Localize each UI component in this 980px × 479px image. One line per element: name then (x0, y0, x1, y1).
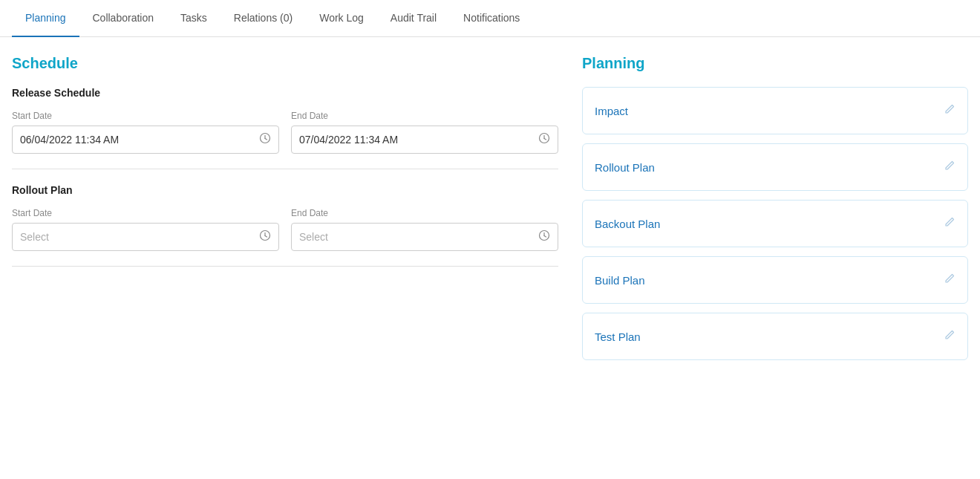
backout-plan-edit-icon[interactable] (944, 216, 956, 231)
rollout-end-date-input[interactable] (299, 231, 538, 243)
release-start-date-label: Start Date (12, 111, 279, 121)
build-plan-edit-icon[interactable] (944, 273, 956, 287)
rollout-end-date-label: End Date (291, 208, 558, 218)
rollout-end-date-field: End Date (291, 208, 558, 251)
tab-bar: Planning Collaboration Tasks Relations (… (0, 0, 980, 37)
tab-notifications[interactable]: Notifications (450, 0, 533, 37)
rollout-start-date-input[interactable] (20, 231, 259, 243)
release-end-clock-icon[interactable] (538, 132, 550, 147)
rollout-start-date-input-wrapper[interactable] (12, 223, 279, 251)
backout-plan-card-label: Backout Plan (595, 218, 660, 230)
left-panel: Schedule Release Schedule Start Date (12, 55, 558, 369)
release-schedule-dates: Start Date End Date (12, 111, 558, 154)
rollout-plan-dates: Start Date End Date (12, 208, 558, 251)
rollout-start-date-label: Start Date (12, 208, 279, 218)
impact-card: Impact (582, 87, 968, 134)
tab-tasks[interactable]: Tasks (167, 0, 220, 37)
rollout-plan-card-label: Rollout Plan (595, 161, 655, 174)
svg-line-11 (544, 236, 546, 238)
tab-planning[interactable]: Planning (12, 0, 79, 37)
rollout-plan-edit-icon[interactable] (944, 160, 956, 175)
rollout-start-clock-icon[interactable] (259, 229, 271, 244)
rollout-end-clock-icon[interactable] (538, 229, 550, 244)
test-plan-card: Test Plan (582, 313, 968, 360)
test-plan-edit-icon[interactable] (944, 329, 956, 344)
test-plan-card-label: Test Plan (595, 330, 641, 343)
tab-worklog[interactable]: Work Log (306, 0, 377, 37)
tab-collaboration[interactable]: Collaboration (79, 0, 168, 37)
rollout-plan-title: Rollout Plan (12, 184, 558, 196)
impact-edit-icon[interactable] (944, 103, 956, 118)
schedule-title: Schedule (12, 55, 558, 72)
backout-plan-card: Backout Plan (582, 200, 968, 247)
build-plan-card-label: Build Plan (595, 274, 645, 287)
main-content: Schedule Release Schedule Start Date (0, 37, 980, 387)
release-end-date-label: End Date (291, 111, 558, 121)
rollout-start-date-field: Start Date (12, 208, 279, 251)
right-panel: Planning Impact Rollout Plan Backout Pla… (582, 55, 968, 369)
tab-relations[interactable]: Relations (0) (220, 0, 306, 37)
build-plan-card: Build Plan (582, 256, 968, 304)
release-schedule-title: Release Schedule (12, 87, 558, 99)
planning-title: Planning (582, 55, 968, 72)
svg-line-8 (265, 236, 267, 238)
release-end-date-field: End Date (291, 111, 558, 154)
release-start-date-input-wrapper[interactable] (12, 126, 279, 154)
release-end-date-input[interactable] (299, 134, 538, 146)
impact-card-label: Impact (595, 105, 628, 117)
release-start-date-input[interactable] (20, 134, 259, 146)
release-start-date-field: Start Date (12, 111, 279, 154)
rollout-end-date-input-wrapper[interactable] (291, 223, 558, 251)
divider-1 (12, 169, 558, 169)
divider-2 (12, 266, 558, 267)
release-end-date-input-wrapper[interactable] (291, 126, 558, 154)
rollout-plan-card: Rollout Plan (582, 143, 968, 191)
svg-line-2 (265, 139, 267, 140)
release-start-clock-icon[interactable] (259, 132, 271, 147)
tab-audittrail[interactable]: Audit Trail (377, 0, 450, 37)
svg-line-5 (544, 139, 546, 140)
